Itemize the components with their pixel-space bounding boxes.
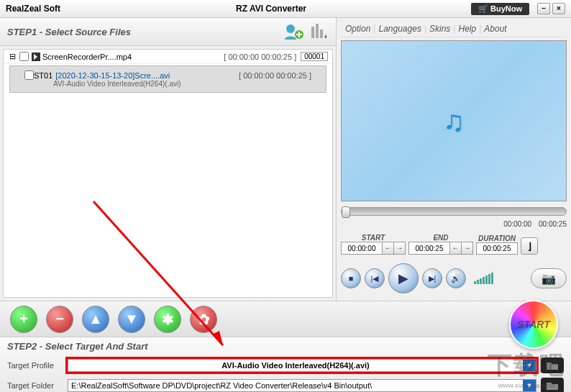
snapshot-button[interactable]: 📷 [531,268,567,288]
volume-meter[interactable] [474,273,493,284]
svg-rect-4 [320,29,323,38]
bars-icon[interactable] [307,22,329,41]
collapse-icon[interactable]: ⊟ [8,52,17,61]
stop-button[interactable]: ■ [341,268,361,288]
sub-time: [ 00:00:00 00:00:25 ] [239,71,311,80]
menubar: Option| Languages| Skins| Help| About [341,21,567,37]
folder-combo[interactable]: E:\RealZealSoft\Software DP\DVD\project\… [68,379,536,392]
edit-button[interactable]: ✿ [190,306,217,333]
mark-button[interactable]: ⌋ [521,237,538,255]
up-button[interactable]: ▲ [82,306,109,333]
step1-label: STEP1 - Select Source Files [7,27,280,37]
profile-combo[interactable]: AVI-Audio Video Interleaved(H264)(.avi) … [68,359,536,372]
start-left[interactable]: ← [382,242,393,254]
file-row[interactable]: ⊟ ScreenRecorderPr....mp4 [ 00:00:00 00:… [4,50,332,64]
next-button[interactable]: ▶| [422,268,442,288]
add-user-icon[interactable] [283,22,304,41]
menu-languages[interactable]: Languages [378,24,421,34]
prev-button[interactable]: |◀ [365,268,385,288]
close-button[interactable]: × [552,3,565,14]
end-label: END [408,234,473,242]
sub-format: AVI-Audio Video Interleaved(H264)(.avi) [24,80,311,88]
minimize-button[interactable]: – [537,3,550,14]
file-number: 00001 [301,52,328,61]
seek-slider[interactable] [341,207,567,216]
duration-input[interactable] [477,243,517,254]
left-panel: STEP1 - Select Source Files ⊟ ScreenReco… [0,18,337,301]
profile-label: Target Profile [7,361,68,370]
svg-rect-3 [316,24,319,38]
time-duration: 00:00:25 [539,220,567,228]
time-current: 00:00:00 [503,220,531,228]
file-time: [ 00:00:00 00:00:25 ] [224,53,296,61]
action-bar: + − ▲ ▼ ✱ ✿ START [0,301,571,337]
remove-button[interactable]: − [46,306,73,333]
play-icon [32,53,40,61]
titlebar: RealZeal Soft RZ AVI Converter 🛒 BuyNow … [0,0,571,18]
file-checkbox[interactable] [19,52,29,61]
step1-header: STEP1 - Select Source Files [0,18,336,46]
menu-about[interactable]: About [484,24,506,34]
play-button[interactable]: ▶ [388,263,419,293]
sub-index: ST01 [34,71,52,80]
menu-option[interactable]: Option [345,24,370,34]
step2-label: STEP2 - Select Target And Start [0,337,571,355]
end-input[interactable] [409,242,449,254]
profile-dropdown-icon[interactable]: ▼ [523,360,536,371]
file-name: ScreenRecorderPr....mp4 [42,53,224,61]
step2-panel: STEP2 - Select Target And Start Target P… [0,337,571,392]
volume-button[interactable]: 🔊 [446,268,466,288]
file-list: ⊟ ScreenRecorderPr....mp4 [ 00:00:00 00:… [3,49,333,298]
seek-handle[interactable] [342,206,350,218]
menu-skins[interactable]: Skins [429,24,450,34]
preview-area: ♫ [341,40,567,201]
menu-help[interactable]: Help [458,24,476,34]
duration-label: DURATION [476,234,518,242]
profile-browse-button[interactable] [541,357,564,373]
add-button[interactable]: + [10,306,37,333]
music-note-icon: ♫ [443,105,465,137]
right-panel: Option| Languages| Skins| Help| About ♫ … [337,18,571,301]
svg-rect-2 [311,27,314,38]
start-input[interactable] [342,242,382,254]
start-button[interactable]: START [509,300,558,349]
folder-dropdown-icon[interactable]: ▼ [523,380,536,391]
svg-point-0 [286,24,295,33]
buynow-button[interactable]: 🛒 BuyNow [471,3,529,15]
start-label: START [341,234,406,242]
folder-label: Target Folder [7,381,68,390]
app-title: RZ AVI Converter [236,4,471,14]
start-right[interactable]: → [393,242,405,254]
profile-value: AVI-Audio Video Interleaved(H264)(.avi) [68,360,523,371]
folder-browse-button[interactable] [541,378,564,392]
down-button[interactable]: ▼ [118,306,145,333]
file-subrow[interactable]: ST01 [2020-12-30-15-13-20]Scre....avi [ … [9,65,326,93]
brand-label: RealZeal Soft [6,4,236,14]
folder-value: E:\RealZealSoft\Software DP\DVD\project\… [68,380,523,391]
end-left[interactable]: ← [449,242,461,254]
settings-button[interactable]: ✱ [154,306,181,333]
sub-checkbox[interactable] [24,70,34,80]
sub-filename: [2020-12-30-15-13-20]Scre....avi [55,71,239,80]
end-right[interactable]: → [461,242,472,254]
